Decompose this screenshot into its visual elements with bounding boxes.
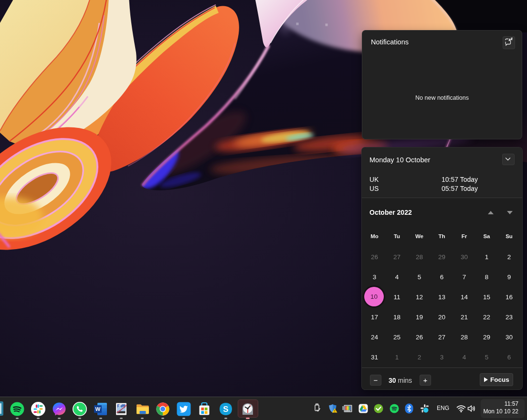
- svg-text:S: S: [223, 405, 228, 414]
- svg-text:W: W: [95, 406, 100, 412]
